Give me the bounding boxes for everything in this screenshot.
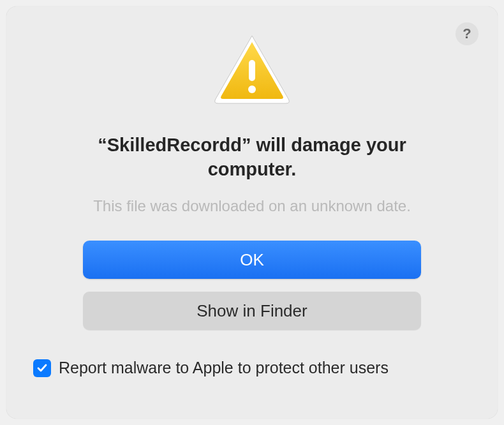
- ok-button[interactable]: OK: [83, 241, 421, 279]
- checkmark-icon: [36, 362, 48, 374]
- report-malware-checkbox[interactable]: [33, 359, 51, 377]
- svg-point-1: [248, 86, 256, 93]
- report-malware-label: Report malware to Apple to protect other…: [59, 359, 389, 377]
- help-button[interactable]: ?: [456, 22, 478, 45]
- alert-title: “SkilledRecordd” will damage your comput…: [61, 133, 443, 181]
- report-malware-row: Report malware to Apple to protect other…: [26, 359, 389, 377]
- alert-dialog: ? “SkilledRecordd” will damage your comp…: [6, 6, 498, 419]
- warning-icon: [211, 32, 293, 111]
- show-in-finder-button[interactable]: Show in Finder: [83, 292, 421, 330]
- alert-subtitle: This file was downloaded on an unknown d…: [93, 197, 411, 215]
- svg-rect-0: [249, 60, 255, 81]
